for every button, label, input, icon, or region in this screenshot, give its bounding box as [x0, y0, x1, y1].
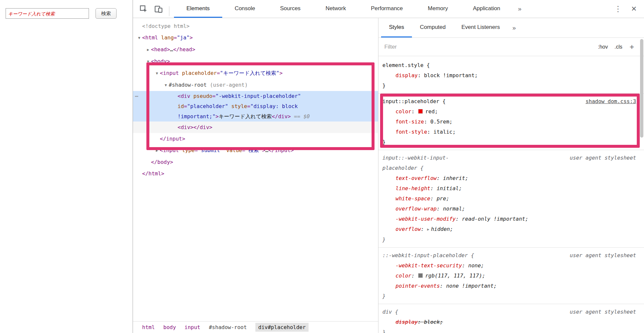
- disclosure-arrow-icon[interactable]: ▼: [145, 56, 151, 67]
- dom-tree-row[interactable]: ▼<body>: [133, 56, 378, 67]
- breadcrumb-item-input[interactable]: input: [184, 324, 200, 330]
- style-property-name[interactable]: line-height: [396, 185, 430, 191]
- style-property[interactable]: white-space: pre;: [382, 193, 636, 204]
- style-rule-selector[interactable]: element.style {: [382, 60, 430, 70]
- dom-tree-row[interactable]: </body>: [133, 156, 378, 168]
- tab-memory[interactable]: Memory: [415, 0, 460, 18]
- color-swatch-icon[interactable]: [418, 273, 423, 278]
- expand-shorthand-icon[interactable]: ▶: [427, 227, 429, 232]
- devtools-close-icon[interactable]: ✕: [628, 5, 644, 13]
- style-property-name[interactable]: overflow: [396, 226, 421, 232]
- more-actions-icon[interactable]: ⋯: [135, 91, 139, 101]
- style-property[interactable]: display: block;: [382, 317, 636, 327]
- style-property[interactable]: overflow-wrap: normal;: [382, 204, 636, 214]
- style-property[interactable]: color: red;: [382, 106, 636, 117]
- search-submit-button[interactable]: 検索: [96, 8, 117, 19]
- style-rule-selector[interactable]: input::placeholder {: [382, 96, 446, 106]
- style-property[interactable]: color: rgb(117, 117, 117);: [382, 271, 636, 281]
- style-property-value[interactable]: hidden: [431, 226, 450, 232]
- style-property[interactable]: text-overflow: inherit;: [382, 173, 636, 183]
- style-property[interactable]: -webkit-user-modify: read-only !importan…: [382, 214, 636, 224]
- style-property[interactable]: display: block !important;: [382, 70, 636, 80]
- styles-scrollbar-thumb[interactable]: [640, 39, 643, 138]
- devtools-menu-kebab-icon[interactable]: ⋮: [608, 5, 628, 13]
- dom-tree-row[interactable]: ▼<input placeholder="キーワード入れて検索">: [133, 67, 378, 79]
- style-property[interactable]: line-height: initial;: [382, 183, 636, 193]
- style-property-value[interactable]: block !important: [424, 72, 475, 78]
- tab-sources[interactable]: Sources: [268, 0, 313, 18]
- tab-performance[interactable]: Performance: [358, 0, 415, 18]
- inspect-element-icon[interactable]: [139, 4, 148, 13]
- style-property-name[interactable]: font-style: [396, 129, 427, 135]
- dom-tree-row[interactable]: ▶<head>…</head>: [133, 44, 378, 56]
- dom-tree-row[interactable]: !important;">キーワード入れて検索</div> == $0: [133, 111, 378, 122]
- device-toolbar-icon[interactable]: [154, 4, 163, 13]
- element-classes-toggle[interactable]: .cls: [614, 44, 622, 50]
- pseudo-state-toggle[interactable]: :hov: [598, 44, 608, 50]
- disclosure-arrow-icon[interactable]: ▼: [154, 68, 160, 79]
- style-property-name[interactable]: pointer-events: [396, 283, 440, 289]
- tab-elements[interactable]: Elements: [174, 0, 222, 18]
- style-property-value[interactable]: red: [425, 108, 435, 115]
- tab-application[interactable]: Application: [461, 0, 513, 18]
- style-property-value[interactable]: none: [468, 262, 481, 269]
- stylesheet-source-link[interactable]: shadow dom.css:3: [586, 96, 636, 106]
- dom-tree-row[interactable]: <!doctype html>: [133, 20, 378, 32]
- breadcrumb-item-div-placeholder[interactable]: div#placeholder: [255, 323, 309, 332]
- breadcrumb-item-html[interactable]: html: [142, 324, 155, 330]
- style-property[interactable]: font-size: 0.5rem;: [382, 117, 636, 127]
- breadcrumb-item--shadow-root[interactable]: #shadow-root: [209, 324, 247, 330]
- style-property-value[interactable]: 0.5rem: [430, 119, 449, 125]
- tab-console[interactable]: Console: [222, 0, 268, 18]
- dom-tree-row[interactable]: <div></div>: [133, 122, 378, 133]
- style-property-value[interactable]: block: [424, 319, 440, 325]
- style-property-value[interactable]: normal: [443, 206, 462, 212]
- style-property-name[interactable]: display: [396, 319, 418, 325]
- style-property-value[interactable]: pre: [437, 195, 446, 202]
- sidebar-tab-styles[interactable]: Styles: [381, 18, 412, 37]
- style-rule-selector[interactable]: input::-webkit-input-: [382, 153, 449, 163]
- style-property-value[interactable]: inherit: [443, 175, 465, 181]
- style-rule-selector[interactable]: ::-webkit-input-placeholder {: [382, 250, 474, 260]
- dom-tree-row[interactable]: ▼#shadow-root (user-agent): [133, 79, 378, 91]
- style-property-name[interactable]: -webkit-user-modify: [396, 216, 456, 222]
- styles-filter-input[interactable]: [384, 43, 591, 51]
- style-property-name[interactable]: color: [396, 273, 411, 279]
- style-property-name[interactable]: text-overflow: [396, 175, 437, 181]
- style-rule-selector[interactable]: div {: [382, 307, 398, 317]
- dom-tree-row[interactable]: id="placeholder" style="display: block: [133, 101, 378, 111]
- style-property[interactable]: -webkit-text-security: none;: [382, 260, 636, 271]
- style-property-name[interactable]: white-space: [396, 195, 430, 202]
- style-property-value[interactable]: rgb(117, 117, 117): [425, 273, 482, 279]
- sidebar-tab-event-listeners[interactable]: Event Listeners: [454, 18, 508, 37]
- disclosure-arrow-icon[interactable]: ▼: [163, 79, 169, 91]
- search-input[interactable]: [6, 8, 89, 19]
- dom-tree-row[interactable]: ⋯<div pseudo="-webkit-input-placeholder": [133, 91, 378, 101]
- style-property[interactable]: overflow: ▶hidden;: [382, 224, 636, 234]
- new-style-rule-button[interactable]: +: [630, 42, 634, 52]
- style-property-name[interactable]: -webkit-text-security: [396, 262, 462, 269]
- disclosure-arrow-icon[interactable]: ▶: [145, 44, 151, 56]
- style-property-name[interactable]: display: [396, 72, 418, 78]
- style-property-value[interactable]: initial: [437, 185, 459, 191]
- more-tabs-chevron-icon[interactable]: »: [513, 0, 527, 18]
- tab-network[interactable]: Network: [313, 0, 358, 18]
- style-property[interactable]: font-style: italic;: [382, 127, 636, 137]
- disclosure-arrow-icon[interactable]: ▼: [136, 32, 142, 44]
- dom-tree-row[interactable]: </html>: [133, 168, 378, 179]
- color-swatch-icon[interactable]: [418, 109, 423, 114]
- dom-tree-row[interactable]: </input>: [133, 133, 378, 144]
- dom-tree-row[interactable]: ▼<html lang="ja">: [133, 32, 378, 44]
- style-property-name[interactable]: color: [396, 108, 411, 115]
- style-property-value[interactable]: none !important: [446, 283, 494, 289]
- style-property-value[interactable]: italic: [434, 129, 453, 135]
- style-property-value[interactable]: read-only !important: [462, 216, 525, 222]
- disclosure-arrow-icon[interactable]: ▶: [154, 145, 160, 156]
- style-property-name[interactable]: overflow-wrap: [396, 206, 437, 212]
- style-property-name[interactable]: font-size: [396, 119, 424, 125]
- breadcrumb-item-body[interactable]: body: [163, 324, 176, 330]
- style-rule-selector[interactable]: placeholder {: [382, 165, 423, 171]
- sidebar-tab-computed[interactable]: Computed: [412, 18, 453, 37]
- dom-tree-row[interactable]: ▶<input type="submit" value="検索">…</inpu…: [133, 144, 378, 156]
- sidebar-more-tabs-chevron-icon[interactable]: »: [508, 18, 521, 37]
